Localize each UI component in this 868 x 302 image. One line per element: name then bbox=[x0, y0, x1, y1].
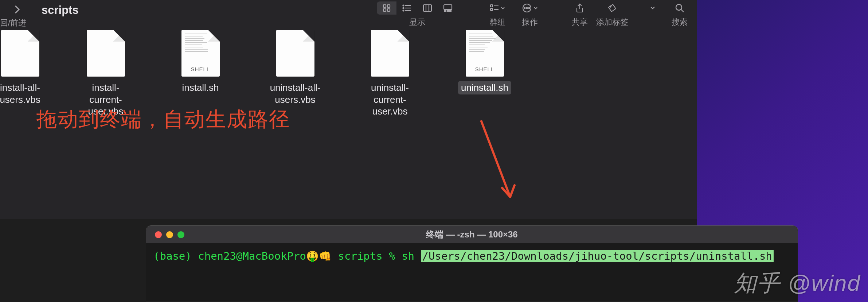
search-button[interactable] bbox=[670, 1, 689, 15]
file-grid: install-all-users.vbsinstall-current-use… bbox=[0, 23, 697, 118]
file-item[interactable]: SHELLuninstall.sh bbox=[454, 30, 516, 94]
svg-point-24 bbox=[529, 8, 530, 9]
action-label: 操作 bbox=[522, 17, 538, 28]
prompt-dir: scripts bbox=[338, 250, 383, 262]
toolbar-expand-button[interactable] bbox=[643, 1, 662, 15]
file-item[interactable]: install-current-user.vbs bbox=[75, 30, 137, 118]
file-label: uninstall-current-user.vbs bbox=[359, 81, 421, 118]
svg-point-7 bbox=[403, 5, 404, 6]
finder-toolbar: scripts 回/前进 显示 bbox=[0, 0, 697, 23]
close-icon[interactable] bbox=[155, 231, 162, 238]
view-mode-group: 显示 bbox=[377, 0, 458, 28]
prompt-emoji: 🤑👊 bbox=[306, 250, 332, 262]
svg-point-8 bbox=[403, 8, 404, 9]
svg-line-27 bbox=[681, 9, 684, 12]
prompt-command: sh bbox=[402, 250, 414, 262]
expand-label bbox=[652, 17, 654, 26]
view-label: 显示 bbox=[409, 17, 425, 28]
prompt-userhost: chen23@MacBookPro bbox=[198, 250, 306, 262]
share-label: 共享 bbox=[572, 17, 588, 28]
svg-rect-14 bbox=[445, 11, 446, 12]
svg-rect-1 bbox=[387, 5, 390, 7]
terminal-body[interactable]: (base) chen23@MacBookPro🤑👊 scripts % sh … bbox=[146, 243, 798, 269]
icon-view-button[interactable] bbox=[377, 1, 396, 15]
svg-rect-15 bbox=[447, 11, 449, 12]
terminal-title: 终端 — -zsh — 100×36 bbox=[426, 229, 517, 240]
file-label: install.sh bbox=[179, 81, 222, 94]
svg-rect-13 bbox=[444, 5, 452, 9]
file-item[interactable]: uninstall-current-user.vbs bbox=[359, 30, 421, 118]
svg-rect-17 bbox=[490, 5, 493, 7]
svg-rect-2 bbox=[383, 9, 386, 11]
file-icon bbox=[1, 30, 39, 77]
shell-badge: SHELL bbox=[475, 66, 494, 72]
column-view-button[interactable] bbox=[418, 1, 437, 15]
shell-badge: SHELL bbox=[191, 66, 210, 72]
file-icon: SHELL bbox=[466, 30, 504, 77]
search-label: 搜索 bbox=[672, 17, 688, 28]
gallery-view-button[interactable] bbox=[438, 1, 458, 15]
group-menu-button[interactable] bbox=[487, 1, 508, 15]
file-label: install-all-users.vbs bbox=[0, 81, 43, 106]
file-icon: SHELL bbox=[181, 30, 220, 77]
prompt-env: (base) bbox=[153, 250, 192, 262]
nav-caption: 回/前进 bbox=[0, 18, 26, 28]
zoom-icon[interactable] bbox=[177, 231, 184, 238]
file-icon bbox=[87, 30, 125, 77]
svg-rect-18 bbox=[490, 8, 493, 11]
file-item[interactable]: SHELLinstall.sh bbox=[169, 30, 231, 94]
svg-point-23 bbox=[527, 8, 528, 9]
tags-button[interactable] bbox=[602, 1, 622, 15]
svg-point-22 bbox=[524, 8, 525, 9]
prompt-symbol: % bbox=[389, 250, 395, 262]
file-icon bbox=[276, 30, 314, 77]
annotation-text: 拖动到终端，自动生成路径 bbox=[36, 106, 290, 133]
command-path: /Users/chen23/Downloads/jihuo-tool/scrip… bbox=[421, 250, 774, 262]
svg-rect-3 bbox=[387, 9, 390, 11]
file-item[interactable]: uninstall-all-users.vbs bbox=[264, 30, 326, 106]
file-label: uninstall.sh bbox=[458, 81, 511, 94]
svg-point-25 bbox=[610, 6, 611, 7]
action-menu-button[interactable] bbox=[519, 1, 541, 15]
file-item[interactable]: install-all-users.vbs bbox=[0, 30, 42, 106]
svg-rect-10 bbox=[423, 5, 431, 11]
svg-point-9 bbox=[403, 10, 404, 11]
watermark-text: 知乎 @wind bbox=[734, 268, 861, 298]
group-label: 群组 bbox=[489, 17, 505, 28]
nav-forward-button[interactable] bbox=[7, 3, 27, 16]
share-button[interactable] bbox=[570, 1, 590, 15]
list-view-button[interactable] bbox=[397, 1, 417, 15]
tags-label: 添加标签 bbox=[596, 17, 628, 28]
svg-rect-16 bbox=[450, 11, 451, 12]
file-label: uninstall-all-users.vbs bbox=[264, 81, 326, 106]
file-icon bbox=[371, 30, 409, 77]
svg-rect-0 bbox=[383, 5, 386, 7]
terminal-titlebar[interactable]: 终端 — -zsh — 100×36 bbox=[146, 226, 798, 243]
terminal-window: 终端 — -zsh — 100×36 (base) chen23@MacBook… bbox=[146, 225, 798, 302]
minimize-icon[interactable] bbox=[166, 231, 173, 238]
svg-point-26 bbox=[676, 4, 682, 10]
folder-title: scripts bbox=[42, 4, 79, 17]
